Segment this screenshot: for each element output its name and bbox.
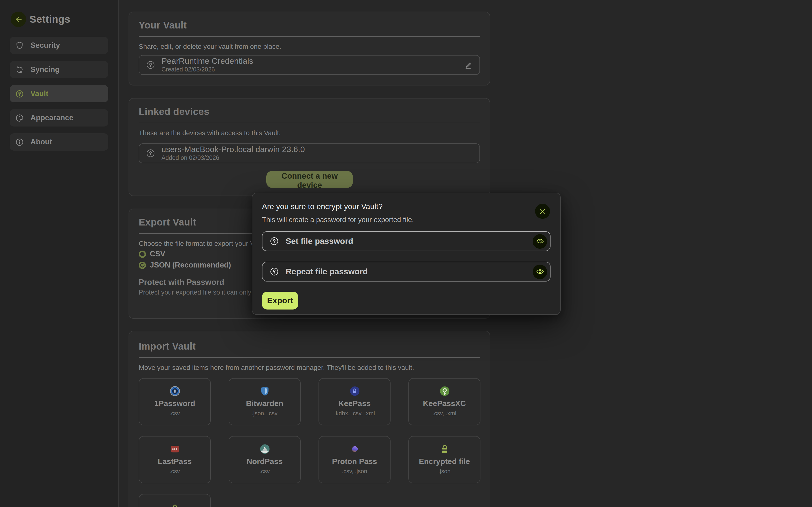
import-vault-card: Import Vault Move your saved items here … [129, 331, 490, 507]
toggle-password-visibility-button[interactable] [532, 234, 547, 248]
input-placeholder: Repeat file password [286, 267, 368, 276]
sidebar-item-vault[interactable]: Vault [10, 85, 108, 102]
lock-outline-icon [139, 502, 210, 507]
import-tile-keepass[interactable]: KeePass .kdbx, .csv, .xml [318, 378, 391, 426]
import-tile-name: KeePass [319, 400, 390, 407]
import-tile-formats: .csv [139, 468, 210, 474]
back-button[interactable] [11, 12, 26, 27]
shield-icon [15, 41, 24, 50]
import-tile-keepassxc[interactable]: KeePassXC .csv, .xml [408, 378, 480, 426]
import-tile-encrypted-file[interactable]: Encrypted file .json [408, 436, 480, 483]
nordpass-icon [229, 444, 300, 454]
key-circle-icon [270, 237, 279, 246]
vault-created-date: Created 02/03/2026 [161, 67, 253, 73]
keepassxc-icon [409, 386, 480, 396]
key-icon [15, 89, 24, 98]
card-title: Your Vault [139, 20, 480, 31]
import-tile-name: 1Password [139, 400, 210, 407]
import-tile-name: KeePassXC [409, 400, 480, 407]
import-tile-formats: .csv, .json [319, 468, 390, 474]
sidebar-item-label: Vault [31, 89, 48, 98]
import-tile-name: Proton Pass [319, 458, 390, 465]
import-tile-name: LastPass [139, 458, 210, 465]
import-tile-proton-pass[interactable]: Proton Pass .csv, .json [318, 436, 391, 483]
sidebar-item-label: Appearance [31, 113, 73, 122]
import-tile-formats: .csv, .xml [409, 410, 480, 416]
arrow-left-icon [14, 15, 23, 24]
your-vault-card: Your Vault Share, edit, or delete your v… [129, 12, 490, 86]
sidebar-item-about[interactable]: About [10, 133, 108, 151]
encrypted-file-lock-icon [409, 444, 480, 454]
card-title: Linked devices [139, 106, 480, 117]
device-list-item: users-MacBook-Pro.local darwin 23.6.0 Ad… [139, 144, 480, 163]
sidebar-item-syncing[interactable]: Syncing [10, 61, 108, 78]
bitwarden-icon [229, 386, 300, 396]
divider [139, 123, 480, 123]
radio-label: JSON (Recommended) [150, 261, 231, 270]
divider [139, 36, 480, 37]
key-circle-icon [146, 149, 155, 158]
vault-list-item[interactable]: PearRuntime Credentials Created 02/03/20… [139, 55, 480, 75]
card-description: These are the devices with access to thi… [139, 129, 480, 137]
device-name: users-MacBook-Pro.local darwin 23.6.0 [161, 146, 305, 154]
divider [139, 357, 480, 358]
toggle-password-visibility-button[interactable] [532, 264, 547, 279]
proton-pass-icon [319, 444, 390, 454]
import-tile-name: NordPass [229, 458, 300, 465]
import-tile-formats: .json [409, 468, 480, 474]
sidebar-item-security[interactable]: Security [10, 37, 108, 54]
card-title: Import Vault [139, 341, 480, 352]
keepass-icon [319, 386, 390, 396]
edit-vault-button[interactable] [464, 61, 473, 69]
import-tile-lastpass[interactable]: LastPass .csv [139, 436, 211, 483]
close-icon [539, 208, 546, 215]
repeat-file-password-input[interactable]: Repeat file password [262, 262, 551, 282]
key-circle-icon [146, 60, 155, 69]
import-tile-partial[interactable] [139, 494, 211, 507]
encrypt-vault-modal: Are you sure to encrypt your Vault? This… [252, 193, 561, 315]
eye-icon [536, 237, 544, 245]
modal-subtitle: This will create a password for your exp… [262, 216, 551, 224]
page-title: Settings [30, 13, 70, 25]
radio-label: CSV [150, 249, 165, 258]
import-tile-formats: .csv [229, 468, 300, 474]
radio-checked-icon [139, 262, 146, 269]
import-tile-name: Encrypted file [409, 458, 480, 465]
import-tile-formats: .json, .csv [229, 410, 300, 416]
import-sources-grid: 1Password .csv Bitwarden .json, .csv [139, 378, 480, 507]
input-placeholder: Set file password [286, 236, 353, 246]
export-button[interactable]: Export [262, 292, 298, 309]
import-tile-nordpass[interactable]: NordPass .csv [229, 436, 301, 483]
sidebar-item-label: Security [31, 41, 60, 50]
vault-name: PearRuntime Credentials [161, 57, 253, 65]
lastpass-icon [139, 444, 210, 454]
key-circle-icon [270, 267, 279, 276]
sidebar-item-label: About [31, 137, 52, 146]
device-added-date: Added on 02/03/2026 [161, 155, 305, 161]
1password-icon [139, 386, 210, 396]
settings-page: Settings Security Syncing [0, 0, 812, 507]
eye-icon [536, 268, 544, 276]
sync-icon [15, 65, 24, 74]
import-tile-name: Bitwarden [229, 400, 300, 407]
close-modal-button[interactable] [535, 204, 550, 219]
import-tile-formats: .kdbx, .csv, .xml [319, 410, 390, 416]
connect-new-device-button[interactable]: Connect a new device [266, 171, 353, 188]
card-description: Move your saved items here from another … [139, 363, 480, 371]
set-file-password-input[interactable]: Set file password [262, 231, 551, 251]
card-description: Share, edit, or delete your vault from o… [139, 43, 480, 50]
import-tile-1password[interactable]: 1Password .csv [139, 378, 211, 426]
import-tile-formats: .csv [139, 410, 210, 416]
sidebar-item-label: Syncing [31, 65, 60, 74]
palette-icon [15, 113, 24, 122]
sidebar-nav: Security Syncing Vault [10, 37, 108, 157]
radio-unchecked-icon [139, 250, 146, 258]
modal-title: Are you sure to encrypt your Vault? [262, 202, 551, 211]
sidebar: Settings Security Syncing [0, 0, 119, 507]
sidebar-item-appearance[interactable]: Appearance [10, 109, 108, 126]
import-tile-bitwarden[interactable]: Bitwarden .json, .csv [229, 378, 301, 426]
linked-devices-card: Linked devices These are the devices wit… [129, 98, 490, 196]
info-icon [15, 137, 24, 147]
